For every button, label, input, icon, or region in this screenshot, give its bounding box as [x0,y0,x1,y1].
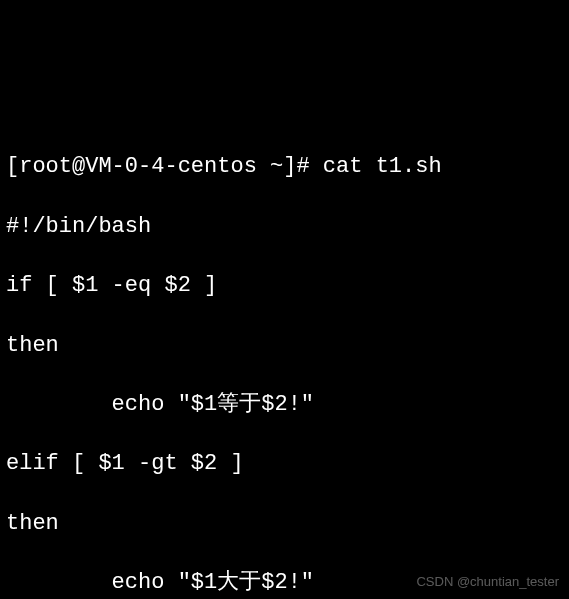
terminal-line: then [6,509,563,539]
watermark: CSDN @chuntian_tester [416,573,559,591]
terminal-line: then [6,331,563,361]
terminal-line: #!/bin/bash [6,212,563,242]
terminal-line: if [ $1 -eq $2 ] [6,271,563,301]
terminal-output: [root@VM-0-4-centos ~]# cat t1.sh #!/bin… [6,123,563,599]
terminal-line: elif [ $1 -gt $2 ] [6,449,563,479]
terminal-line: echo "$1等于$2!" [6,390,563,420]
terminal-line: [root@VM-0-4-centos ~]# cat t1.sh [6,152,563,182]
